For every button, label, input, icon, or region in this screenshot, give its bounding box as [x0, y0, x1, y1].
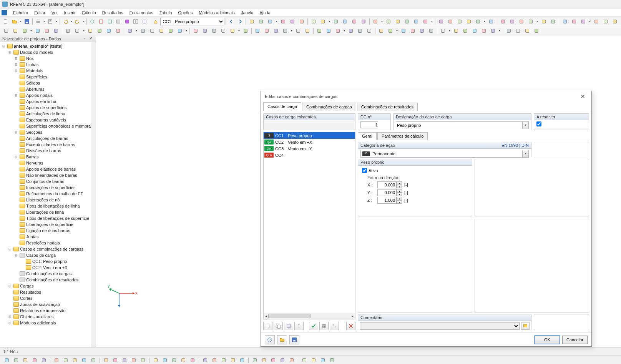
tree-item[interactable]: Tipos de libertações de linha — [0, 203, 96, 209]
tree-expander-icon[interactable] — [14, 179, 18, 184]
list-scrollbar[interactable]: ◂ ▸ — [263, 313, 355, 319]
tree-item[interactable]: ⊞Apoios nodais — [0, 92, 96, 98]
tool-icon[interactable] — [294, 322, 304, 330]
tool-icon[interactable] — [262, 27, 271, 35]
help-icon[interactable]: ? — [265, 335, 275, 344]
tool-icon[interactable] — [412, 18, 420, 25]
tool-icon[interactable] — [540, 18, 548, 25]
tool-icon[interactable] — [115, 18, 123, 25]
tool-icon[interactable] — [489, 27, 497, 35]
tree-item[interactable]: Combinações de cargas — [0, 271, 96, 277]
tree-expander-icon[interactable] — [8, 302, 12, 307]
new-file-icon[interactable] — [2, 18, 10, 25]
tree-item[interactable]: Refinamentos da malha de EF — [0, 191, 96, 197]
tool-icon[interactable] — [253, 27, 262, 35]
tree-item[interactable]: Espessuras variáveis — [0, 117, 96, 123]
tree-expander-icon[interactable] — [14, 185, 18, 190]
tree-item[interactable]: Libertações de superfície — [0, 221, 96, 228]
print-icon[interactable] — [34, 18, 42, 25]
tool-icon[interactable] — [474, 18, 482, 25]
tree-item[interactable]: Superfícies ortotrópicas e membra — [0, 123, 96, 129]
tool-icon[interactable] — [514, 27, 522, 35]
tool-icon[interactable] — [297, 18, 306, 25]
tool-icon[interactable] — [126, 27, 134, 35]
tool-icon[interactable] — [140, 18, 148, 25]
tool-icon[interactable] — [470, 27, 479, 35]
tool-icon[interactable] — [139, 27, 147, 35]
tool-icon[interactable] — [33, 27, 42, 35]
load-case-row[interactable]: GCC1Peso próprio — [264, 132, 355, 139]
tree-expander-icon[interactable] — [14, 87, 18, 91]
tool-icon[interactable] — [219, 27, 227, 35]
tree-expander-icon[interactable]: ⊞ — [14, 62, 18, 67]
status-tool-icon[interactable] — [211, 357, 218, 364]
tool-icon[interactable] — [455, 18, 464, 25]
tree-expander-icon[interactable] — [14, 111, 18, 116]
tool-icon[interactable] — [377, 27, 385, 35]
tree-item[interactable]: ⊞Linhas — [0, 61, 96, 68]
active-checkbox[interactable] — [362, 168, 367, 173]
tree-expander-icon[interactable] — [14, 124, 18, 128]
menu-resultados[interactable]: Resultados — [99, 10, 126, 16]
status-tool-icon[interactable] — [161, 357, 169, 364]
status-tool-icon[interactable] — [170, 357, 178, 364]
tree-item[interactable]: ⊞Objetos auxiliares — [0, 314, 96, 320]
status-tool-icon[interactable] — [139, 357, 147, 364]
tree-item[interactable]: Libertações de nó — [0, 197, 96, 203]
tool-icon[interactable] — [152, 18, 160, 25]
tree-expander-icon[interactable] — [14, 167, 18, 171]
tree-expander-icon[interactable] — [14, 118, 18, 122]
undo-icon[interactable] — [61, 18, 70, 25]
status-tool-icon[interactable] — [111, 357, 119, 364]
tool-icon[interactable] — [408, 27, 417, 35]
action-category-combo[interactable]: GPermanente▾ — [360, 150, 529, 158]
dialog-close-icon[interactable]: ✕ — [578, 92, 588, 101]
tool-icon[interactable] — [114, 27, 122, 35]
status-tool-icon[interactable] — [279, 357, 286, 364]
tree-expander-icon[interactable]: ⊞ — [14, 56, 18, 61]
tool-icon[interactable] — [210, 27, 218, 35]
tool-icon[interactable] — [228, 27, 237, 35]
tree-expander-icon[interactable] — [14, 198, 18, 202]
load-case-combo[interactable]: CC1 - Peso próprio — [160, 18, 224, 25]
tree-expander-icon[interactable]: ⊞ — [14, 155, 18, 159]
report-icon[interactable] — [46, 18, 55, 25]
delete-case-icon[interactable] — [346, 322, 355, 330]
tree-expander-icon[interactable]: ⊟ — [2, 44, 6, 48]
tool-icon[interactable] — [508, 18, 516, 25]
tree-item[interactable]: Excentricidades de barras — [0, 141, 96, 148]
copy-case-icon[interactable] — [274, 322, 283, 330]
new-case-icon[interactable] — [263, 322, 272, 330]
tree-expander-icon[interactable] — [8, 308, 12, 313]
designation-combo[interactable]: Peso próprio▾ — [396, 121, 529, 129]
tree-item[interactable]: ⊞Cargas — [0, 283, 96, 289]
menu-janela[interactable]: Janela — [238, 10, 256, 16]
tool-icon[interactable] — [266, 18, 274, 25]
tool-icon[interactable] — [324, 27, 333, 35]
tool-icon[interactable] — [247, 18, 256, 25]
status-tool-icon[interactable] — [31, 357, 38, 364]
status-tool-icon[interactable] — [102, 357, 110, 364]
tool-icon[interactable] — [43, 27, 51, 35]
tool-icon[interactable] — [272, 27, 280, 35]
tree-item[interactable]: Relatórios de impressão — [0, 307, 96, 314]
status-tool-icon[interactable] — [53, 357, 60, 364]
prev-icon[interactable] — [227, 18, 236, 25]
tree-expander-icon[interactable] — [20, 265, 25, 270]
navigator-tree[interactable]: ⊟antena_exemplo* [teste]⊟Dados do modelo… — [0, 42, 96, 347]
factor-x-input[interactable] — [377, 181, 397, 188]
next-icon[interactable] — [236, 18, 244, 25]
tab-load-combinations[interactable]: Combinações de cargas — [302, 103, 356, 111]
load-case-row[interactable]: QwCC2Vento em +X — [264, 139, 355, 145]
tool-icon[interactable] — [73, 27, 81, 35]
tool-icon[interactable] — [487, 18, 495, 25]
tree-expander-icon[interactable] — [14, 216, 18, 221]
tool-icon[interactable] — [319, 18, 327, 25]
comment-pick-icon[interactable] — [521, 322, 530, 330]
tree-item[interactable]: Nervuras — [0, 160, 96, 166]
tree-expander-icon[interactable]: ⊟ — [14, 253, 18, 258]
tree-expander-icon[interactable] — [14, 278, 18, 282]
tool-icon[interactable] — [592, 18, 601, 25]
tree-item[interactable]: ⊞Nós — [0, 55, 96, 61]
tool-icon[interactable] — [601, 18, 610, 25]
